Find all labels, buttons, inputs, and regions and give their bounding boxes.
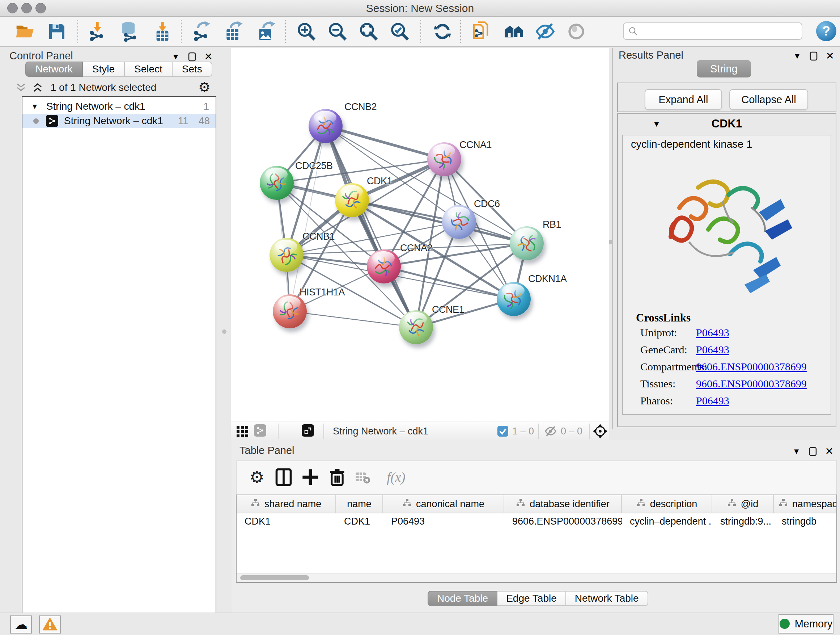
table-cell[interactable]: stringdb (774, 516, 837, 527)
export-network-icon[interactable] (191, 21, 212, 42)
panel-menu-icon[interactable]: ▼ (793, 447, 801, 456)
network-node-cdc25b[interactable] (260, 166, 294, 200)
zoom-fit-icon[interactable] (358, 21, 379, 42)
network-node-ccnb1[interactable] (270, 238, 303, 272)
tab-network-table[interactable]: Network Table (566, 591, 648, 606)
tab-string[interactable]: String (697, 60, 751, 78)
delete-row-trash-icon[interactable] (328, 468, 347, 486)
gene-name: CDK1 (618, 117, 836, 130)
crosslink-link[interactable]: P06493 (696, 394, 729, 407)
cloud-icon: ☁ (14, 618, 28, 631)
birdseye-view-icon[interactable] (302, 424, 314, 437)
table-row[interactable]: CDK1CDK1P064939606.ENSP00000378699cyclin… (237, 513, 836, 529)
export-table-icon[interactable] (223, 21, 244, 42)
column-header-canonical-name[interactable]: canonical name (383, 495, 504, 513)
fit-content-crosshair-icon[interactable] (592, 424, 608, 439)
node-label: CCNA1 (459, 139, 492, 150)
column-header-namespac[interactable]: namespac (774, 495, 837, 513)
scrollbar-thumb[interactable] (240, 575, 309, 580)
search-input[interactable] (623, 22, 802, 40)
network-row-selected[interactable]: String Network – cdk1 11 48 (22, 114, 216, 128)
table-cell[interactable]: cyclin–dependent ... (622, 516, 712, 527)
collection-expand-icon[interactable]: ▼ (31, 103, 38, 111)
gene-section-header[interactable]: ▼ CDK1 (618, 117, 836, 130)
table-settings-gear-icon[interactable]: ⚙ (248, 468, 266, 486)
node-table[interactable]: shared namenamecanonical namedatabase id… (236, 494, 837, 583)
column-type-icon (727, 499, 737, 510)
network-options-gear-icon[interactable]: ⚙ (198, 80, 210, 94)
network-node-ccne1[interactable] (399, 310, 433, 344)
tab-select[interactable]: Select (125, 62, 172, 77)
selected-count-checkbox-icon[interactable] (497, 425, 508, 437)
zoom-in-icon[interactable] (296, 21, 317, 42)
network-node-cdk1[interactable] (335, 183, 369, 217)
table-cell[interactable]: 9606.ENSP00000378699 (504, 516, 622, 527)
network-node-cdkn1a[interactable] (497, 282, 531, 316)
tab-edge-table[interactable]: Edge Table (497, 591, 566, 606)
save-session-icon[interactable] (46, 21, 67, 42)
crosslink-link[interactable]: P06493 (696, 326, 729, 339)
memory-button[interactable]: Memory (778, 614, 834, 633)
tab-style[interactable]: Style (83, 62, 125, 77)
float-panel-icon[interactable] (809, 51, 818, 61)
network-collection-row[interactable]: ▼ String Network – cdk1 1 (22, 99, 216, 114)
network-node-ccna1[interactable] (427, 142, 461, 176)
import-network-file-icon[interactable] (87, 21, 108, 42)
crosslink-link[interactable]: 9606.ENSP00000378699 (696, 378, 807, 390)
crosslink-link[interactable]: 9606.ENSP00000378699 (696, 361, 807, 373)
zoom-selected-icon[interactable] (389, 21, 410, 42)
apply-layout-icon[interactable] (432, 21, 453, 42)
results-panel: Results Panel ▼ ✕ String Expand All Coll… (612, 48, 840, 429)
network-node-ccnb2[interactable] (309, 109, 343, 143)
panel-menu-icon[interactable]: ▼ (172, 52, 180, 62)
tab-node-table[interactable]: Node Table (428, 591, 497, 606)
first-neighbors-icon[interactable] (504, 21, 524, 42)
table-horizontal-scrollbar[interactable] (237, 573, 836, 582)
warnings-button[interactable] (39, 616, 61, 633)
hidden-count-eye-icon[interactable] (544, 425, 557, 437)
tab-network[interactable]: Network (25, 62, 83, 77)
grid-view-icon[interactable] (236, 425, 249, 438)
float-panel-icon[interactable] (188, 52, 196, 62)
column-header-name[interactable]: name (336, 495, 383, 513)
zoom-out-icon[interactable] (327, 21, 348, 42)
collapse-all-button[interactable]: Collapse All (729, 89, 808, 110)
table-panel-header-icons: ▼ ✕ (793, 445, 834, 457)
gene-collapse-icon[interactable]: ▼ (653, 119, 660, 129)
close-panel-icon[interactable]: ✕ (204, 51, 213, 63)
cloud-status-button[interactable]: ☁ (10, 616, 32, 633)
expand-all-button[interactable]: Expand All (645, 89, 722, 110)
table-cell[interactable]: CDK1 (336, 516, 383, 527)
float-panel-icon[interactable] (808, 447, 817, 456)
panel-menu-icon[interactable]: ▼ (793, 51, 801, 61)
column-header-shared-name[interactable]: shared name (237, 495, 336, 513)
memory-label: Memory (795, 618, 833, 630)
close-panel-icon[interactable]: ✕ (826, 50, 834, 62)
network-node-ccna2[interactable] (367, 249, 401, 283)
table-cell[interactable]: CDK1 (237, 516, 336, 527)
toggle-column-icon[interactable] (274, 468, 293, 486)
open-session-icon[interactable] (14, 21, 35, 42)
network-list: ▼ String Network – cdk1 1 String Network… (22, 96, 216, 635)
export-image-icon[interactable] (256, 21, 276, 42)
table-cell[interactable]: stringdb:9... (712, 516, 774, 527)
network-node-cdc6[interactable] (442, 205, 476, 239)
import-table-icon[interactable] (152, 21, 173, 42)
add-row-icon[interactable] (301, 468, 320, 486)
network-node-hist1h1a[interactable] (273, 295, 307, 328)
left-splitter-handle[interactable] (222, 329, 226, 334)
import-network-database-icon[interactable] (118, 21, 140, 42)
close-panel-icon[interactable]: ✕ (825, 445, 834, 457)
network-node-rb1[interactable] (510, 226, 544, 260)
column-header-description[interactable]: description (622, 495, 712, 513)
network-view-canvas[interactable]: CCNB2CCNA1CDC25BCDK1CDC6RB1CCNB1CCNA2CDK… (231, 48, 609, 421)
help-icon[interactable]: ? (816, 21, 836, 41)
crosslink-link[interactable]: P06493 (696, 344, 729, 356)
hide-selected-icon[interactable] (535, 21, 556, 42)
table-cell[interactable]: P06493 (383, 516, 504, 527)
column-header-database-identifier[interactable]: database identifier (504, 495, 622, 513)
node-label: HIST1H1A (300, 287, 345, 298)
network-from-selection-icon[interactable] (471, 21, 492, 42)
column-header--id[interactable]: @id (712, 495, 774, 513)
tab-sets[interactable]: Sets (172, 62, 212, 77)
